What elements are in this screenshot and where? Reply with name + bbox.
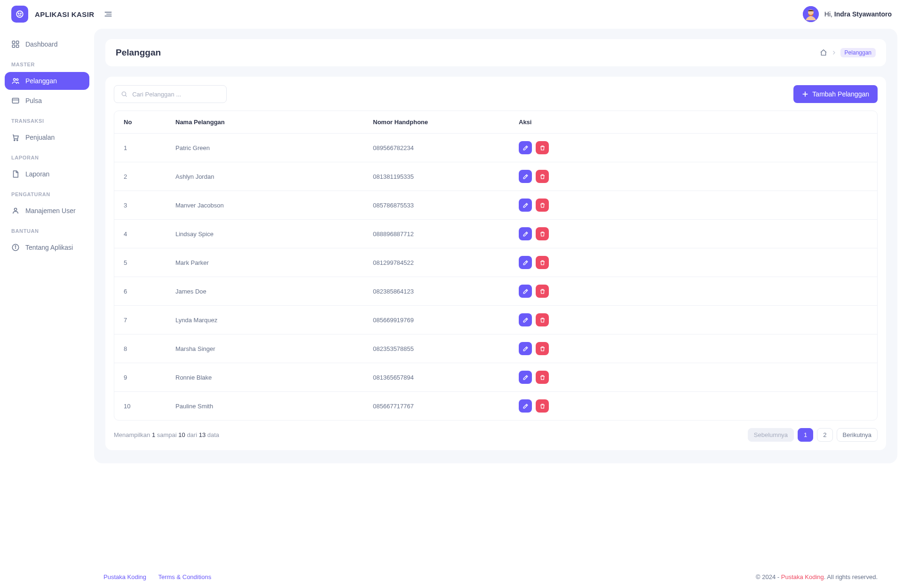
cell-no: 2 (114, 162, 166, 191)
edit-button[interactable] (519, 399, 532, 413)
add-pelanggan-button[interactable]: Tambah Pelanggan (793, 85, 878, 103)
sidebar-item-penjualan[interactable]: Penjualan (5, 128, 89, 146)
cart-icon (11, 133, 20, 142)
th-no: No (114, 111, 166, 134)
delete-button[interactable] (536, 285, 549, 298)
pagination: Sebelumnya 1 2 Berikutnya (748, 428, 878, 442)
data-card: Tambah Pelanggan No Nama Pelanggan Nomor… (105, 77, 886, 450)
cell-aksi (509, 277, 877, 306)
user-icon (11, 207, 20, 215)
table-row: 8Marsha Singer082353578855 (114, 334, 877, 363)
trash-icon (539, 260, 546, 266)
footer-link-pustaka[interactable]: Pustaka Koding (103, 573, 146, 580)
cell-nama: Marsha Singer (166, 334, 364, 363)
delete-button[interactable] (536, 170, 549, 183)
page-title: Pelanggan (116, 48, 161, 58)
svg-rect-11 (16, 45, 19, 48)
edit-button[interactable] (519, 227, 532, 240)
cell-aksi (509, 220, 877, 248)
cell-no: 5 (114, 248, 166, 277)
cell-aksi (509, 162, 877, 191)
user-menu[interactable]: Hi, Indra Styawantoro (803, 6, 892, 22)
sidebar-item-label: Pelanggan (25, 77, 57, 85)
greeting-prefix: Hi, (824, 10, 832, 18)
info-icon (11, 243, 20, 252)
delete-button[interactable] (536, 399, 549, 413)
hamburger-icon (103, 9, 113, 19)
breadcrumb: Pelanggan (820, 48, 876, 57)
delete-button[interactable] (536, 227, 549, 240)
cell-nama: Ronnie Blake (166, 363, 364, 392)
sidebar-item-dashboard[interactable]: Dashboard (5, 35, 89, 53)
edit-button[interactable] (519, 285, 532, 298)
sidebar-section-master: MASTER (5, 55, 89, 70)
document-icon (11, 170, 20, 178)
cell-nama: Ashlyn Jordan (166, 162, 364, 191)
edit-icon (523, 346, 529, 352)
breadcrumb-home[interactable] (820, 49, 827, 56)
footer-link-terms[interactable]: Terms & Conditions (158, 573, 211, 580)
sidebar-item-laporan[interactable]: Laporan (5, 165, 89, 183)
trash-icon (539, 374, 546, 381)
edit-button[interactable] (519, 313, 532, 326)
pagination-next[interactable]: Berikutnya (837, 428, 878, 442)
sidebar-item-pulsa[interactable]: Pulsa (5, 92, 89, 110)
delete-button[interactable] (536, 371, 549, 384)
cell-no: 6 (114, 277, 166, 306)
trash-icon (539, 145, 546, 151)
avatar-icon (803, 6, 819, 22)
cell-aksi (509, 334, 877, 363)
user-greeting: Hi, Indra Styawantoro (824, 10, 892, 18)
avatar (803, 6, 819, 22)
table-row: 4Lindsay Spice088896887712 (114, 220, 877, 248)
edit-button[interactable] (519, 256, 532, 269)
cell-aksi (509, 248, 877, 277)
edit-button[interactable] (519, 141, 532, 154)
edit-button[interactable] (519, 371, 532, 384)
edit-button[interactable] (519, 342, 532, 355)
th-nama: Nama Pelanggan (166, 111, 364, 134)
table-row: 5Mark Parker081299784522 (114, 248, 877, 277)
cell-aksi (509, 306, 877, 334)
sidebar-item-manajemen-user[interactable]: Manajemen User (5, 202, 89, 220)
svg-point-16 (14, 140, 15, 141)
cell-nama: Mark Parker (166, 248, 364, 277)
menu-toggle[interactable] (101, 7, 116, 22)
delete-button[interactable] (536, 313, 549, 326)
pagination-page-2[interactable]: 2 (817, 428, 832, 442)
sidebar-item-pelanggan[interactable]: Pelanggan (5, 72, 89, 90)
cell-phone: 085786875533 (364, 191, 509, 220)
cell-aksi (509, 191, 877, 220)
delete-button[interactable] (536, 199, 549, 212)
edit-button[interactable] (519, 170, 532, 183)
cell-phone: 081381195335 (364, 162, 509, 191)
pagination-page-1[interactable]: 1 (798, 428, 813, 442)
page-header: Pelanggan Pelanggan (105, 39, 886, 66)
search-input[interactable] (132, 91, 220, 98)
svg-point-22 (122, 92, 126, 95)
svg-point-0 (16, 11, 23, 17)
app-logo (11, 6, 28, 23)
svg-line-23 (125, 95, 127, 96)
delete-button[interactable] (536, 141, 549, 154)
cell-aksi (509, 392, 877, 421)
edit-icon (523, 288, 529, 294)
edit-button[interactable] (519, 199, 532, 212)
cell-phone: 081365657894 (364, 363, 509, 392)
delete-button[interactable] (536, 342, 549, 355)
trash-icon (539, 346, 546, 352)
sidebar-item-tentang[interactable]: Tentang Aplikasi (5, 238, 89, 256)
delete-button[interactable] (536, 256, 549, 269)
cell-no: 7 (114, 306, 166, 334)
pagination-prev[interactable]: Sebelumnya (748, 428, 794, 442)
trash-icon (539, 403, 546, 409)
trash-icon (539, 202, 546, 208)
cell-nama: James Doe (166, 277, 364, 306)
search-box[interactable] (114, 85, 227, 103)
sidebar-section-transaksi: TRANSAKSI (5, 111, 89, 127)
table-row: 3Manver Jacobson085786875533 (114, 191, 877, 220)
cell-phone: 081299784522 (364, 248, 509, 277)
edit-icon (523, 174, 529, 180)
topbar: APLIKASI KASIR Hi, Indra Styawantoro (0, 0, 903, 29)
svg-point-12 (14, 79, 16, 81)
